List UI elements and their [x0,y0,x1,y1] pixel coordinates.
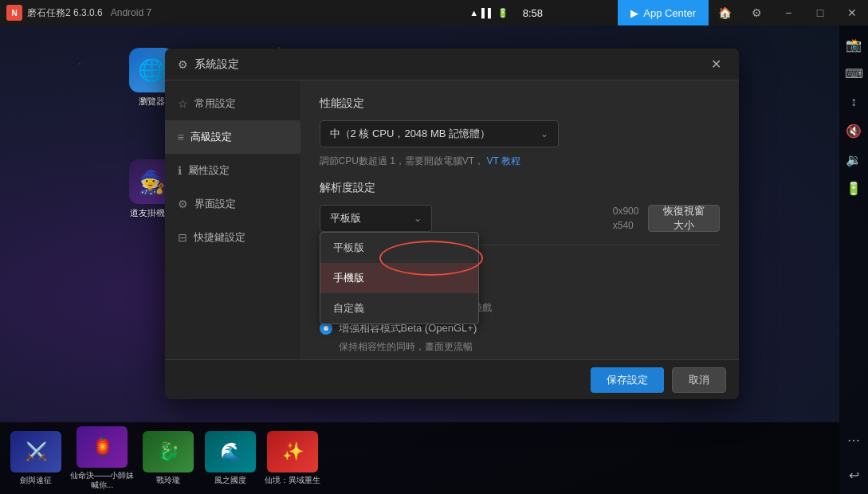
game-item-2[interactable]: 🐉 戰玲瓏 [140,431,196,485]
performance-select[interactable]: 中（2 核 CPU，2048 MB 記憶體） ⌄ [320,120,559,147]
nav-label-general: 常用設定 [194,96,236,111]
resolution-presets: 0x900 x540 [613,206,639,231]
sidebar-icon-volume-mute[interactable]: 🔇 [841,118,866,143]
sidebar-icon-more[interactable]: ⋯ [841,427,866,453]
shortcuts-icon: ⊟ [178,231,187,244]
performance-select-row: 中（2 核 CPU，2048 MB 記憶體） ⌄ [320,120,720,147]
titlebar: N 磨石任務2 6.3.0.6 Android 7 ▲ ▌▌ 🔋 8:58 ▶ … [0,0,868,25]
game-item-1[interactable]: 🏮 仙命決——小師妹喊你... [70,426,134,490]
info-icon: ℹ [178,164,182,177]
resolution-select-box[interactable]: 平板版 ⌄ [320,205,432,232]
dropdown-item-tablet[interactable]: 平板版 [320,233,478,263]
sidebar-icon-back[interactable]: ↩ [841,462,866,488]
performance-value: 中（2 核 CPU，2048 MB 記憶體） [330,127,491,141]
home-button[interactable]: 🏠 [709,0,740,25]
nav-sidebar: ☆ 常用設定 ≡ 高級設定 ℹ 屬性設定 ⚙ 界面設定 ⊟ 快捷鍵設定 [165,80,300,359]
game-thumb-1: 🏮 [77,426,128,468]
interface-icon: ⚙ [178,198,188,210]
browser-label: 瀏覽器 [139,96,165,108]
performance-section-title: 性能設定 [320,96,720,111]
vt-link[interactable]: VT 教程 [487,155,520,167]
battery-icon: 🔋 [497,8,509,18]
restore-window-button[interactable]: 恢復視窗大小 [648,205,719,232]
sidebar-icon-screenshot[interactable]: 📸 [841,32,866,57]
resolution-section-title: 解析度設定 [320,181,720,195]
sidebar-icon-resize[interactable]: ↕ [841,89,866,115]
wifi-icon: ▲ [469,8,478,18]
dialog-title: 系統設定 [194,57,239,72]
resolution-dropdown: 平板版 手機版 自定義 [320,232,479,324]
game-item-4[interactable]: ✨ 仙境：異域重生 [265,431,320,485]
android-version: Android 7 [111,7,151,18]
performance-arrow-icon: ⌄ [540,128,548,139]
nav-label-interface: 界面設定 [194,197,236,211]
game-label-3: 風之國度 [214,476,246,485]
right-sidebar: 📸 ⌨ ↕ 🔇 🔉 🔋 ⋯ ↩ [839,25,868,494]
game-label-0: 劍與遠征 [20,476,52,485]
sidebar-icon-battery[interactable]: 🔋 [841,175,866,201]
performance-hint: 調節CPU數超過 1，需要開啟電腦VT， VT 教程 [320,154,720,168]
resolution-value: 平板版 [330,211,361,225]
game-label-1: 仙命決——小師妹喊你... [70,471,134,490]
dialog-header: ⚙ 系統設定 ✕ [165,49,739,80]
radio-openglplus-hint: 保持相容性的同時，畫面更流暢 [339,340,720,354]
settings-button[interactable]: ⚙ [740,0,772,25]
game-thumb-2: 🐉 [143,431,194,472]
game-label-2: 戰玲瓏 [156,476,180,485]
settings-gear-icon: ⚙ [178,58,188,71]
game-item-0[interactable]: ⚔️ 劍與遠征 [8,431,64,485]
close-button[interactable]: ✕ [836,0,868,25]
nav-label-shortcuts: 快捷鍵設定 [194,230,245,245]
settings-dialog: ⚙ 系統設定 ✕ ☆ 常用設定 ≡ 高級設定 ℹ 屬性設定 [165,49,739,399]
game-item-3[interactable]: 🌊 風之國度 [202,431,258,485]
nav-label-properties: 屬性設定 [188,163,230,178]
content-area: 性能設定 中（2 核 CPU，2048 MB 記憶體） ⌄ 調節CPU數超過 1… [300,80,739,359]
game-thumb-3: 🌊 [205,431,256,472]
signal-icon: ▌▌ [481,8,494,18]
dialog-close-button[interactable]: ✕ [707,55,726,74]
bottom-game-bar: ⚔️ 劍與遠征 🏮 仙命決——小師妹喊你... 🐉 戰玲瓏 🌊 風之國度 ✨ 仙… [0,422,839,494]
performance-select-box[interactable]: 中（2 核 CPU，2048 MB 記憶體） ⌄ [320,120,559,147]
dialog-body: ☆ 常用設定 ≡ 高級設定 ℹ 屬性設定 ⚙ 界面設定 ⊟ 快捷鍵設定 [165,80,739,359]
game-label-4: 仙境：異域重生 [265,476,320,485]
res-preset-900: 0x900 [613,206,639,217]
game-thumb-4: ✨ [267,431,318,472]
clock-time: 8:58 [523,7,543,19]
nav-label-advanced: 高級設定 [190,130,232,144]
star-icon: ☆ [178,97,188,110]
nav-item-interface[interactable]: ⚙ 界面設定 [165,187,300,221]
sidebar-icon-volume-down[interactable]: 🔉 [841,147,866,172]
resolution-arrow-icon: ⌄ [414,213,422,224]
nav-item-general[interactable]: ☆ 常用設定 [165,87,300,120]
app-title: 磨石任務2 6.3.0.6 [27,6,103,20]
res-preset-540: x540 [613,220,639,231]
restore-button[interactable]: □ [804,0,836,25]
clock-display: 8:58 [516,7,549,19]
resolution-select[interactable]: 平板版 ⌄ 平板版 手機版 自定義 [320,205,432,232]
save-button[interactable]: 保存設定 [591,367,664,393]
play-icon: ▶ [630,7,638,19]
nox-icon: N [6,5,22,21]
nav-item-shortcuts[interactable]: ⊟ 快捷鍵設定 [165,221,300,254]
app-logo: N 磨石任務2 6.3.0.6 Android 7 [0,5,158,21]
dropdown-item-phone[interactable]: 手機版 [320,263,478,293]
sidebar-icon-keyboard[interactable]: ⌨ [841,61,866,86]
dropdown-item-custom[interactable]: 自定義 [320,293,478,323]
resolution-select-row: 平板版 ⌄ 平板版 手機版 自定義 0x900 x540 [320,205,720,232]
game-thumb-0: ⚔️ [10,431,61,472]
app-center-label: App Center [643,7,696,19]
dialog-footer: 保存設定 取消 [165,359,739,399]
advanced-icon: ≡ [178,131,184,143]
nav-item-properties[interactable]: ℹ 屬性設定 [165,154,300,187]
app-center-button[interactable]: ▶ App Center [618,0,709,25]
minimize-button[interactable]: − [772,0,804,25]
status-icons: ▲ ▌▌ 🔋 [466,8,511,18]
cancel-button[interactable]: 取消 [672,367,726,393]
nav-item-advanced[interactable]: ≡ 高級設定 [165,120,300,154]
